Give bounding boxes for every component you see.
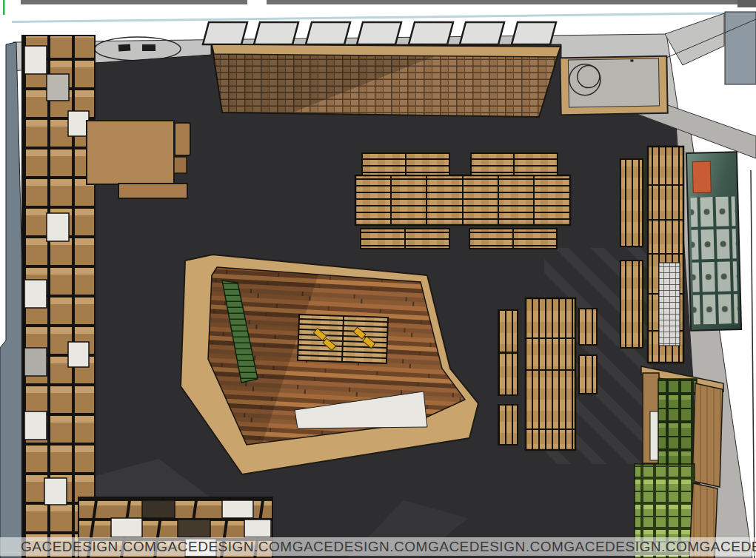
- slat-bench: [579, 355, 597, 394]
- right-wall-seam: [751, 170, 755, 558]
- watermark-text: GACEDESIGN.COM: [563, 539, 699, 555]
- hvac-unit: [560, 56, 667, 115]
- poster-orange-block: [692, 161, 711, 193]
- watermark-text: GACEDESIGN.COM: [428, 539, 563, 555]
- watermark-text: GACEDESIGN.COM: [700, 539, 756, 555]
- watermark-band: GACEDESIGN.COM GACEDESIGN.COM GACEDESIGN…: [0, 537, 756, 556]
- platform-slat-table: [298, 315, 388, 363]
- watermark-text: GACEDESIGN.COM: [292, 539, 428, 555]
- slat-bench: [579, 309, 597, 345]
- watermark-text: GACEDESIGN.COM: [156, 539, 292, 555]
- top-facade-bar: [21, 0, 756, 7]
- poster-image-grid: [690, 196, 737, 325]
- slat-bench: [498, 353, 518, 395]
- large-slat-table-vertical: [526, 298, 575, 450]
- slat-bench: [498, 310, 518, 352]
- left-cube-shelving: [22, 36, 95, 558]
- slat-bench: [498, 405, 518, 445]
- desk-chair: [175, 123, 190, 155]
- render-canvas: GACEDESIGN.COM GACEDESIGN.COM GACEDESIGN…: [0, 0, 756, 558]
- interior-render: [0, 0, 756, 558]
- axis-line: [3, 0, 5, 15]
- slatted-feature-wall: [212, 44, 561, 117]
- mesh-baskets: [659, 263, 680, 346]
- wall-poster: [686, 152, 741, 331]
- watermark-text: GACEDESIGN.COM: [21, 539, 156, 555]
- tall-slat-shelf: [648, 147, 683, 363]
